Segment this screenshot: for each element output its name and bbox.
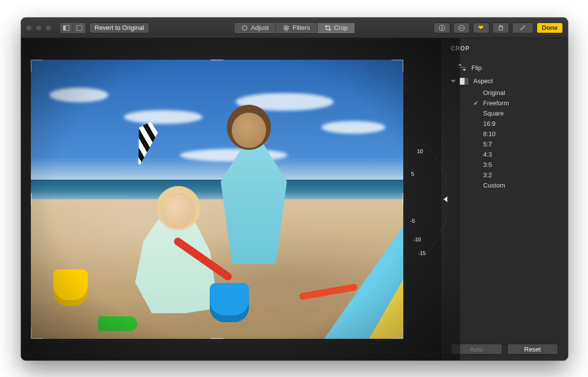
content-area: 10 5 -5 -10 -15 CROP Flip — [21, 38, 568, 360]
svg-rect-15 — [458, 67, 466, 68]
close-window-icon[interactable] — [26, 25, 32, 31]
crop-handle-l[interactable] — [31, 193, 31, 206]
reset-button[interactable]: Reset — [507, 344, 559, 354]
aspect-option-label: 3:2 — [483, 171, 492, 179]
sidebar-layout-icon[interactable] — [60, 23, 73, 33]
crop-handle-tl[interactable] — [31, 60, 43, 71]
flip-row[interactable]: Flip — [451, 61, 558, 74]
aspect-row[interactable]: Aspect — [451, 74, 558, 88]
kite-shape — [130, 119, 160, 167]
more-button[interactable] — [453, 23, 470, 33]
aspect-option-square[interactable]: Square — [472, 108, 558, 118]
dial-arc — [378, 141, 446, 258]
svg-rect-1 — [66, 25, 69, 30]
dial-tick-label: -15 — [418, 250, 426, 256]
crop-handle-t[interactable] — [211, 60, 223, 60]
aspect-option-label: Square — [483, 110, 504, 117]
rotate-icon — [497, 24, 504, 31]
dial-tick-label: 10 — [417, 148, 423, 154]
aspect-option-3-2[interactable]: 3:2 — [472, 170, 558, 180]
svg-rect-0 — [63, 25, 65, 30]
window-controls — [26, 25, 51, 31]
crop-icon — [324, 24, 331, 31]
aspect-option-label: Freeform — [483, 99, 509, 107]
tab-adjust-label: Adjust — [251, 24, 269, 31]
crop-sidebar: CROP Flip Aspect Original ✓Fre — [441, 38, 568, 360]
info-icon — [439, 24, 445, 31]
aspect-option-8-10[interactable]: 8:10 — [472, 129, 558, 139]
scoop-green — [98, 316, 137, 331]
sidebar-footer: Auto Reset — [451, 338, 558, 354]
reset-label: Reset — [524, 346, 541, 353]
dial-pointer-icon — [443, 196, 447, 202]
aspect-option-label: Original — [483, 89, 505, 96]
aspect-option-label: 16:9 — [483, 120, 495, 127]
tab-crop[interactable]: Crop — [318, 23, 355, 33]
flip-icon — [458, 64, 466, 71]
aspect-option-5-7[interactable]: 5:7 — [472, 139, 558, 149]
canvas-area: 10 5 -5 -10 -15 — [21, 38, 441, 360]
aspect-option-4-3[interactable]: 4:3 — [472, 149, 558, 160]
crop-handle-br[interactable] — [392, 327, 403, 339]
aspect-option-freeform[interactable]: ✓Freeform — [472, 98, 558, 108]
dial-tick-label: 5 — [411, 171, 414, 177]
done-label: Done — [542, 24, 558, 31]
svg-point-12 — [461, 27, 462, 28]
aspect-option-label: 4:3 — [483, 151, 492, 158]
aspect-option-16-9[interactable]: 16:9 — [472, 118, 558, 129]
tab-filters[interactable]: Filters — [276, 23, 317, 33]
adjust-icon — [241, 24, 248, 31]
bucket-yellow — [53, 269, 88, 306]
done-button[interactable]: Done — [537, 23, 564, 33]
aspect-option-3-5[interactable]: 3:5 — [472, 160, 558, 170]
rotate-button[interactable] — [492, 23, 509, 33]
auto-label: Auto — [470, 346, 483, 353]
straighten-dial[interactable]: 10 5 -5 -10 -15 — [402, 141, 446, 258]
revert-button[interactable]: Revert to Original — [89, 23, 149, 33]
aspect-option-original[interactable]: Original — [472, 88, 558, 98]
bucket-blue — [210, 283, 249, 322]
favorite-button[interactable]: ❤ — [473, 23, 490, 33]
tab-crop-label: Crop — [334, 24, 348, 31]
fullscreen-window-icon[interactable] — [46, 25, 51, 31]
svg-rect-14 — [499, 26, 502, 30]
svg-rect-2 — [77, 25, 82, 30]
photos-edit-window: Revert to Original Adjust Filters Crop — [21, 18, 568, 360]
wand-icon — [519, 24, 526, 31]
aspect-option-custom[interactable]: Custom — [472, 180, 558, 190]
auto-button[interactable]: Auto — [451, 344, 502, 354]
dial-tick-label: -10 — [413, 236, 421, 242]
revert-label: Revert to Original — [95, 24, 144, 31]
aspect-list: Original ✓Freeform Square 16:9 8:10 5:7 … — [472, 88, 558, 190]
svg-rect-17 — [460, 78, 465, 85]
crop-handle-bl[interactable] — [31, 327, 43, 339]
checkmark-icon: ✓ — [472, 99, 479, 107]
svg-point-8 — [441, 26, 442, 27]
aspect-option-label: 3:5 — [483, 161, 492, 168]
aspect-option-label: Custom — [483, 182, 505, 189]
crop-handle-tr[interactable] — [392, 60, 403, 71]
aspect-icon — [460, 78, 468, 85]
svg-point-11 — [460, 27, 461, 28]
ellipsis-icon — [458, 24, 465, 31]
single-layout-icon[interactable] — [73, 23, 86, 33]
heart-icon: ❤ — [478, 24, 484, 31]
tab-filters-label: Filters — [293, 24, 310, 31]
filters-icon — [283, 24, 290, 31]
photo-canvas[interactable] — [31, 60, 403, 339]
edit-mode-tabs: Adjust Filters Crop — [234, 22, 355, 34]
auto-enhance-button[interactable] — [512, 23, 534, 33]
minimize-window-icon[interactable] — [36, 25, 42, 31]
info-button[interactable] — [434, 23, 450, 33]
aspect-option-label: 8:10 — [483, 130, 495, 138]
tab-adjust[interactable]: Adjust — [234, 23, 276, 33]
toolbar: Revert to Original Adjust Filters Crop — [21, 18, 568, 38]
sidebar-title: CROP — [451, 45, 558, 52]
aspect-label: Aspect — [473, 77, 493, 85]
aspect-option-label: 5:7 — [483, 141, 492, 148]
crop-handle-b[interactable] — [211, 338, 223, 339]
flip-label: Flip — [471, 64, 482, 71]
svg-rect-9 — [441, 27, 442, 29]
dial-tick-label: -5 — [410, 218, 415, 224]
layout-toggle[interactable] — [59, 22, 86, 34]
